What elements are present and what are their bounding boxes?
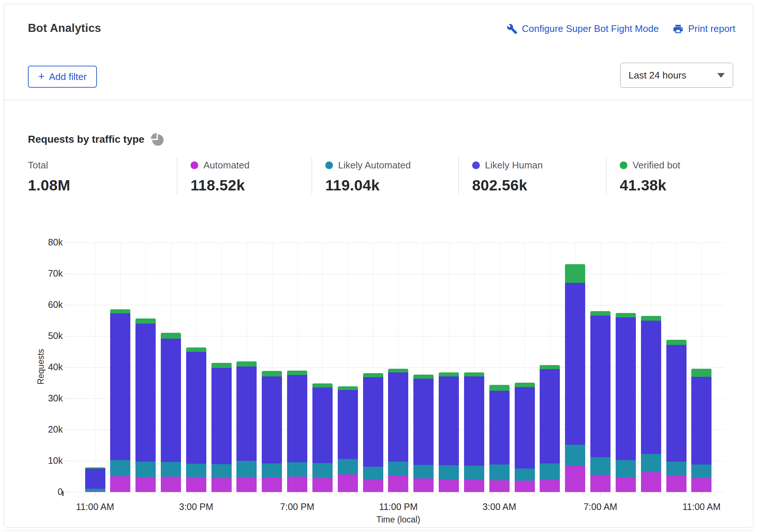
bar-segment-likely-automated[interactable] — [489, 464, 510, 480]
bar-column[interactable] — [161, 333, 181, 492]
bar-column[interactable] — [439, 372, 459, 492]
bar-segment-automated[interactable] — [161, 477, 181, 492]
bar-segment-verified-bot[interactable] — [161, 333, 181, 339]
stat-likely-human[interactable]: Likely Human 802.56k — [459, 157, 606, 194]
bar-column[interactable] — [236, 361, 257, 492]
bar-segment-automated[interactable] — [262, 478, 282, 492]
bar-segment-automated[interactable] — [388, 476, 408, 492]
bar-segment-verified-bot[interactable] — [439, 372, 459, 376]
bar-segment-likely-automated[interactable] — [312, 463, 333, 478]
bar-segment-automated[interactable] — [464, 480, 484, 492]
bar-segment-likely-human[interactable] — [338, 390, 358, 459]
bar-column[interactable] — [85, 467, 105, 492]
bar-column[interactable] — [489, 385, 510, 492]
bar-segment-verified-bot[interactable] — [464, 372, 484, 377]
bar-segment-verified-bot[interactable] — [363, 373, 383, 377]
bar-segment-likely-human[interactable] — [262, 376, 282, 463]
bar-segment-automated[interactable] — [413, 478, 434, 492]
stat-automated[interactable]: Automated 118.52k — [177, 157, 312, 194]
bar-segment-automated[interactable] — [641, 472, 661, 492]
bar-segment-verified-bot[interactable] — [236, 361, 257, 367]
bar-column[interactable] — [590, 311, 611, 492]
bar-segment-automated[interactable] — [211, 478, 232, 492]
bar-segment-verified-bot[interactable] — [413, 375, 434, 379]
bar-segment-automated[interactable] — [312, 478, 333, 492]
bar-column[interactable] — [515, 383, 535, 492]
bar-column[interactable] — [363, 373, 383, 492]
add-filter-button[interactable]: + Add filter — [28, 66, 97, 88]
bar-segment-verified-bot[interactable] — [489, 385, 510, 391]
bar-segment-likely-human[interactable] — [413, 379, 434, 465]
bar-segment-likely-automated[interactable] — [464, 466, 484, 480]
bar-segment-likely-human[interactable] — [312, 387, 333, 463]
bar-segment-likely-human[interactable] — [616, 317, 636, 460]
bar-segment-verified-bot[interactable] — [616, 313, 636, 317]
bar-segment-likely-human[interactable] — [388, 372, 408, 461]
bar-segment-verified-bot[interactable] — [565, 264, 585, 283]
bar-segment-likely-human[interactable] — [439, 376, 459, 465]
bar-column[interactable] — [413, 375, 434, 492]
bar-segment-verified-bot[interactable] — [388, 369, 408, 372]
bar-segment-verified-bot[interactable] — [641, 316, 661, 321]
bar-column[interactable] — [388, 369, 408, 492]
stat-verified-bot[interactable]: Verified bot 41.38k — [606, 157, 738, 194]
bar-segment-likely-human[interactable] — [641, 321, 661, 454]
bar-segment-automated[interactable] — [439, 480, 459, 492]
bar-column[interactable] — [641, 316, 661, 492]
bar-segment-likely-human[interactable] — [666, 345, 687, 462]
bar-segment-likely-automated[interactable] — [262, 463, 282, 478]
bar-segment-likely-human[interactable] — [85, 469, 105, 489]
bar-segment-likely-automated[interactable] — [439, 465, 459, 480]
bar-column[interactable] — [540, 365, 560, 492]
bar-segment-likely-automated[interactable] — [666, 462, 687, 475]
bar-segment-verified-bot[interactable] — [691, 369, 711, 376]
bar-segment-automated[interactable] — [338, 474, 358, 492]
bar-column[interactable] — [186, 347, 206, 492]
bar-segment-likely-automated[interactable] — [691, 464, 711, 478]
bar-segment-verified-bot[interactable] — [186, 347, 206, 352]
bar-segment-likely-human[interactable] — [211, 368, 232, 464]
bar-segment-likely-automated[interactable] — [413, 465, 434, 478]
bar-column[interactable] — [691, 369, 711, 492]
bar-segment-verified-bot[interactable] — [110, 309, 130, 313]
bar-column[interactable] — [135, 318, 156, 492]
bar-column[interactable] — [262, 371, 282, 492]
bar-segment-automated[interactable] — [590, 475, 611, 492]
bar-column[interactable] — [464, 372, 484, 492]
bar-segment-verified-bot[interactable] — [262, 371, 282, 376]
bar-segment-likely-automated[interactable] — [641, 454, 661, 472]
stat-likely-automated[interactable]: Likely Automated 119.04k — [312, 157, 459, 194]
bar-segment-likely-automated[interactable] — [540, 463, 560, 480]
bar-segment-likely-human[interactable] — [489, 391, 510, 464]
bar-segment-likely-automated[interactable] — [616, 460, 636, 477]
stat-total[interactable]: Total 1.08M — [28, 157, 177, 194]
bar-segment-automated[interactable] — [110, 476, 130, 492]
bar-segment-verified-bot[interactable] — [135, 318, 156, 324]
bar-segment-likely-human[interactable] — [590, 316, 611, 457]
bar-segment-automated[interactable] — [85, 491, 105, 492]
bar-segment-likely-human[interactable] — [515, 387, 535, 469]
bar-segment-likely-human[interactable] — [540, 369, 560, 463]
bar-segment-likely-human[interactable] — [464, 376, 484, 465]
bar-segment-automated[interactable] — [489, 480, 510, 492]
bar-segment-likely-human[interactable] — [363, 377, 383, 467]
bar-segment-likely-automated[interactable] — [590, 457, 611, 475]
bar-segment-automated[interactable] — [616, 477, 636, 492]
bar-segment-likely-automated[interactable] — [363, 467, 383, 480]
bar-segment-likely-automated[interactable] — [388, 462, 408, 476]
bar-segment-verified-bot[interactable] — [540, 365, 560, 369]
bar-segment-likely-human[interactable] — [110, 313, 130, 460]
bar-segment-verified-bot[interactable] — [515, 383, 535, 387]
bar-segment-automated[interactable] — [691, 478, 711, 492]
bar-column[interactable] — [338, 386, 358, 492]
bar-segment-likely-human[interactable] — [691, 377, 711, 465]
bar-segment-likely-human[interactable] — [135, 324, 156, 462]
bar-segment-automated[interactable] — [236, 477, 257, 492]
bar-column[interactable] — [312, 383, 333, 492]
bar-segment-likely-automated[interactable] — [161, 462, 181, 477]
time-range-dropdown[interactable]: Last 24 hours — [620, 63, 733, 88]
bar-segment-automated[interactable] — [135, 477, 156, 492]
bar-segment-verified-bot[interactable] — [287, 371, 307, 375]
bar-segment-automated[interactable] — [287, 477, 307, 492]
bar-column[interactable] — [211, 363, 232, 492]
